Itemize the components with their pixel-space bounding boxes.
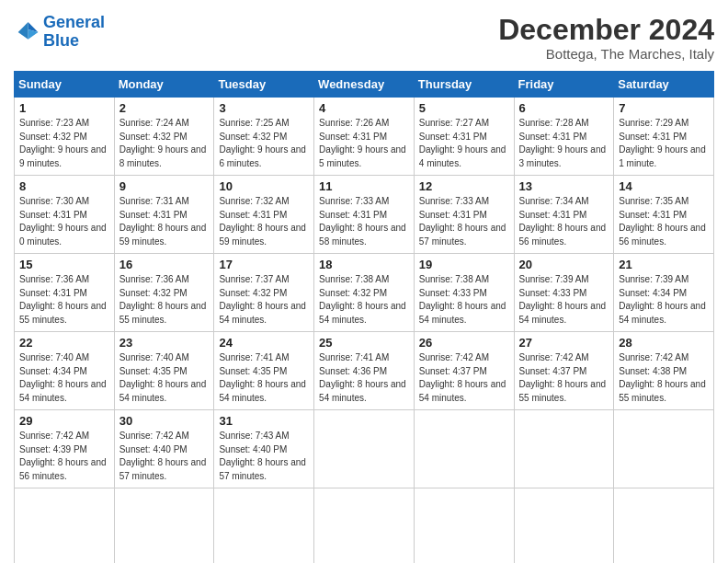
table-cell: 28 Sunrise: 7:42 AM Sunset: 4:38 PM Dayl… — [614, 332, 714, 410]
table-cell: 7 Sunrise: 7:29 AM Sunset: 4:31 PM Dayli… — [614, 98, 714, 176]
col-saturday: Saturday — [614, 72, 714, 98]
day-number: 5 — [419, 101, 509, 115]
cell-info: Sunrise: 7:23 AM Sunset: 4:32 PM Dayligh… — [19, 117, 109, 170]
cell-info: Sunrise: 7:40 AM Sunset: 4:35 PM Dayligh… — [119, 351, 210, 405]
table-cell: 27 Sunrise: 7:42 AM Sunset: 4:37 PM Dayl… — [514, 332, 614, 410]
logo-general: General — [43, 13, 105, 31]
page: General Blue December 2024 Bottega, The … — [0, 0, 728, 563]
day-number: 30 — [119, 414, 210, 428]
table-cell — [414, 488, 514, 563]
cell-info: Sunrise: 7:29 AM Sunset: 4:31 PM Dayligh… — [619, 117, 709, 170]
col-friday: Friday — [514, 72, 614, 98]
cell-info: Sunrise: 7:42 AM Sunset: 4:37 PM Dayligh… — [419, 351, 509, 405]
day-number: 14 — [619, 179, 709, 193]
table-cell: 10 Sunrise: 7:32 AM Sunset: 4:31 PM Dayl… — [214, 176, 314, 254]
week-row-2: 8 Sunrise: 7:30 AM Sunset: 4:31 PM Dayli… — [15, 176, 714, 254]
cell-info: Sunrise: 7:31 AM Sunset: 4:31 PM Dayligh… — [119, 195, 210, 248]
cell-info: Sunrise: 7:42 AM Sunset: 4:40 PM Dayligh… — [119, 430, 210, 483]
cell-info: Sunrise: 7:42 AM Sunset: 4:38 PM Dayligh… — [619, 351, 709, 405]
cell-info: Sunrise: 7:26 AM Sunset: 4:31 PM Dayligh… — [319, 117, 409, 170]
day-number: 19 — [419, 258, 509, 271]
table-cell: 16 Sunrise: 7:36 AM Sunset: 4:32 PM Dayl… — [114, 254, 214, 332]
col-sunday: Sunday — [15, 72, 115, 98]
col-wednesday: Wednesday — [314, 72, 415, 98]
table-cell: 15 Sunrise: 7:36 AM Sunset: 4:31 PM Dayl… — [15, 254, 115, 332]
cell-info: Sunrise: 7:42 AM Sunset: 4:37 PM Dayligh… — [519, 351, 609, 405]
logo: General Blue — [14, 14, 105, 51]
day-number: 16 — [119, 258, 210, 271]
col-tuesday: Tuesday — [214, 72, 314, 98]
table-cell: 26 Sunrise: 7:42 AM Sunset: 4:37 PM Dayl… — [414, 332, 514, 410]
day-number: 15 — [19, 258, 109, 271]
cell-info: Sunrise: 7:33 AM Sunset: 4:31 PM Dayligh… — [319, 195, 409, 248]
day-number: 29 — [19, 414, 109, 428]
cell-info: Sunrise: 7:41 AM Sunset: 4:35 PM Dayligh… — [219, 351, 309, 405]
cell-info: Sunrise: 7:37 AM Sunset: 4:32 PM Dayligh… — [219, 273, 309, 327]
cell-info: Sunrise: 7:34 AM Sunset: 4:31 PM Dayligh… — [519, 195, 609, 248]
table-cell — [314, 410, 415, 488]
table-cell: 24 Sunrise: 7:41 AM Sunset: 4:35 PM Dayl… — [214, 332, 314, 410]
cell-info: Sunrise: 7:39 AM Sunset: 4:34 PM Dayligh… — [619, 273, 709, 327]
col-thursday: Thursday — [414, 72, 514, 98]
table-cell: 3 Sunrise: 7:25 AM Sunset: 4:32 PM Dayli… — [214, 98, 314, 176]
day-number: 8 — [19, 179, 109, 193]
day-number: 4 — [319, 101, 409, 115]
day-number: 17 — [219, 258, 309, 271]
cell-info: Sunrise: 7:33 AM Sunset: 4:31 PM Dayligh… — [419, 195, 509, 248]
week-row-1: 1 Sunrise: 7:23 AM Sunset: 4:32 PM Dayli… — [15, 98, 714, 176]
table-cell: 8 Sunrise: 7:30 AM Sunset: 4:31 PM Dayli… — [15, 176, 115, 254]
col-monday: Monday — [114, 72, 214, 98]
day-number: 2 — [119, 101, 210, 115]
logo-text: General Blue — [43, 14, 105, 51]
week-row-3: 15 Sunrise: 7:36 AM Sunset: 4:31 PM Dayl… — [15, 254, 714, 332]
day-number: 1 — [19, 101, 109, 115]
table-cell — [15, 488, 115, 563]
cell-info: Sunrise: 7:40 AM Sunset: 4:34 PM Dayligh… — [19, 351, 109, 405]
table-cell — [514, 488, 614, 563]
day-number: 10 — [219, 179, 309, 193]
table-cell: 12 Sunrise: 7:33 AM Sunset: 4:31 PM Dayl… — [414, 176, 514, 254]
cell-info: Sunrise: 7:42 AM Sunset: 4:39 PM Dayligh… — [19, 430, 109, 483]
cell-info: Sunrise: 7:30 AM Sunset: 4:31 PM Dayligh… — [19, 195, 109, 248]
table-cell: 4 Sunrise: 7:26 AM Sunset: 4:31 PM Dayli… — [314, 98, 415, 176]
day-number: 7 — [619, 101, 709, 115]
header-row: Sunday Monday Tuesday Wednesday Thursday… — [15, 72, 714, 98]
day-number: 23 — [119, 336, 210, 350]
day-number: 20 — [519, 258, 609, 271]
logo-icon — [14, 19, 40, 45]
table-cell: 1 Sunrise: 7:23 AM Sunset: 4:32 PM Dayli… — [15, 98, 115, 176]
cell-info: Sunrise: 7:28 AM Sunset: 4:31 PM Dayligh… — [519, 117, 609, 170]
cell-info: Sunrise: 7:38 AM Sunset: 4:33 PM Dayligh… — [419, 273, 509, 327]
header: General Blue December 2024 Bottega, The … — [14, 14, 714, 62]
table-cell: 31 Sunrise: 7:43 AM Sunset: 4:40 PM Dayl… — [214, 410, 314, 488]
day-number: 9 — [119, 179, 210, 193]
table-cell: 19 Sunrise: 7:38 AM Sunset: 4:33 PM Dayl… — [414, 254, 514, 332]
day-number: 6 — [519, 101, 609, 115]
day-number: 22 — [19, 336, 109, 350]
table-cell: 5 Sunrise: 7:27 AM Sunset: 4:31 PM Dayli… — [414, 98, 514, 176]
table-cell — [514, 410, 614, 488]
day-number: 31 — [219, 414, 309, 428]
table-cell: 17 Sunrise: 7:37 AM Sunset: 4:32 PM Dayl… — [214, 254, 314, 332]
logo-blue: Blue — [43, 31, 79, 50]
table-cell: 11 Sunrise: 7:33 AM Sunset: 4:31 PM Dayl… — [314, 176, 415, 254]
table-cell: 21 Sunrise: 7:39 AM Sunset: 4:34 PM Dayl… — [614, 254, 714, 332]
table-cell — [614, 488, 714, 563]
table-cell — [114, 488, 214, 563]
day-number: 24 — [219, 336, 309, 350]
day-number: 28 — [619, 336, 709, 350]
cell-info: Sunrise: 7:38 AM Sunset: 4:32 PM Dayligh… — [319, 273, 409, 327]
day-number: 13 — [519, 179, 609, 193]
table-cell: 29 Sunrise: 7:42 AM Sunset: 4:39 PM Dayl… — [15, 410, 115, 488]
day-number: 25 — [319, 336, 409, 350]
table-cell: 18 Sunrise: 7:38 AM Sunset: 4:32 PM Dayl… — [314, 254, 415, 332]
table-cell — [314, 488, 415, 563]
table-cell: 20 Sunrise: 7:39 AM Sunset: 4:33 PM Dayl… — [514, 254, 614, 332]
table-cell: 9 Sunrise: 7:31 AM Sunset: 4:31 PM Dayli… — [114, 176, 214, 254]
week-row-6 — [15, 488, 714, 563]
cell-info: Sunrise: 7:25 AM Sunset: 4:32 PM Dayligh… — [219, 117, 309, 170]
cell-info: Sunrise: 7:32 AM Sunset: 4:31 PM Dayligh… — [219, 195, 309, 248]
table-cell — [214, 488, 314, 563]
week-row-5: 29 Sunrise: 7:42 AM Sunset: 4:39 PM Dayl… — [15, 410, 714, 488]
month-title: December 2024 — [498, 14, 714, 46]
